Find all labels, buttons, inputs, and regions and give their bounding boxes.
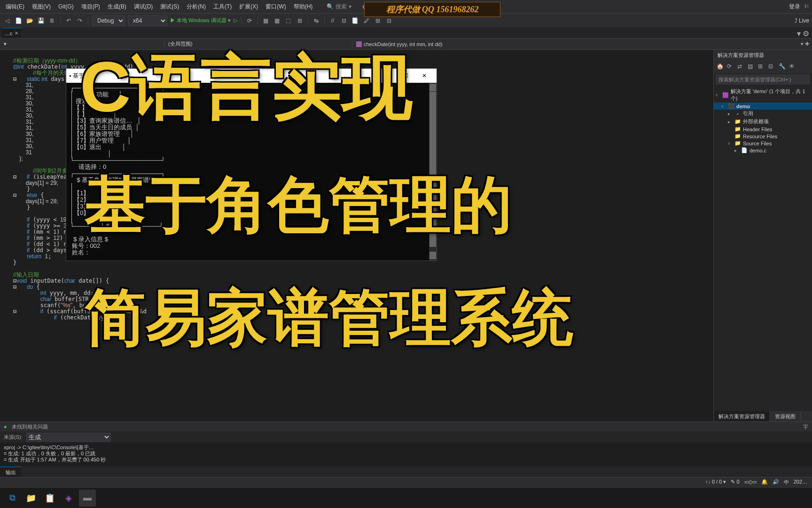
menu-view[interactable]: 视图(V) — [29, 2, 54, 12]
output-tab[interactable]: 输出 — [0, 467, 22, 477]
visualstudio-icon[interactable]: ◈ — [60, 490, 77, 507]
menu-edit[interactable]: 编辑(E) — [3, 2, 27, 12]
overlay-title-1: C语言实现 — [80, 52, 413, 122]
scroll-arrow-down-icon[interactable] — [429, 252, 436, 259]
filter-icon[interactable]: ▤ — [748, 63, 755, 71]
tb-10-icon[interactable]: 🖉 — [362, 16, 371, 25]
preview-icon[interactable]: 👁 — [789, 63, 796, 71]
solution-explorer: 解决方案资源管理器 🏠 ⟳ ⇄ ▤ ⊞ ⊟ 🔧 👁 搜索解决方案资源管理器(Ct… — [713, 50, 812, 421]
ad-banner: 程序代做 QQ 1561968262 — [364, 2, 500, 17]
menu-window[interactable]: 窗口(W) — [263, 2, 289, 12]
tab-solution-explorer[interactable]: 解决方案资源管理器 — [714, 411, 770, 421]
redo-icon[interactable]: ↷ — [76, 16, 84, 25]
cursor-info: 字 — [803, 423, 808, 430]
code-line: //检测日期（yyyy-mm-dd） — [13, 57, 81, 64]
member-combo[interactable]: checkDate(int yyyy, int mm, int dd) — [352, 41, 798, 47]
method-icon — [356, 41, 362, 47]
menu-analyze[interactable]: 分析(N) — [184, 2, 209, 12]
tb-9-icon[interactable]: 📑 — [351, 16, 359, 25]
showall-icon[interactable]: ⊞ — [758, 63, 765, 71]
panel-title: 解决方案资源管理器 — [714, 50, 812, 60]
ext-node[interactable]: ▸📁外部依赖项 — [714, 118, 812, 126]
liveshare-button[interactable]: ⤴ Live — [795, 17, 809, 24]
new-icon[interactable]: 📄 — [14, 16, 23, 25]
tb-8-icon[interactable]: ⊟ — [340, 16, 348, 25]
save-icon[interactable]: 💾 — [37, 16, 45, 25]
speaker-icon[interactable]: 🔊 — [773, 479, 779, 486]
status-bar: ↑↓ 0 / 0 ▾ ✎ 0 ▭▯▭ 🔔 🔊 中 202… — [0, 477, 812, 487]
properties-icon[interactable]: 🔧 — [779, 63, 786, 71]
search-box[interactable]: 🔍 搜索 ▾ — [327, 3, 351, 11]
back-icon[interactable]: ◁ — [3, 16, 11, 25]
tab-resource-view[interactable]: 资源视图 — [770, 411, 801, 421]
notify-icon[interactable]: 🔔 — [761, 479, 768, 486]
menu-help[interactable]: 帮助(H) — [291, 2, 316, 12]
menu-build[interactable]: 生成(B) — [105, 2, 129, 12]
scroll-arrow-up-icon[interactable] — [429, 84, 436, 91]
status-ok-icon: ● — [4, 424, 7, 429]
collapse-icon[interactable]: ⊟ — [768, 63, 776, 71]
bottom-panel: ● 未找到相关问题 字 来源(S): 生成 xproj -> C:\gitee\… — [0, 421, 812, 487]
close-icon[interactable]: ✕ — [15, 31, 18, 36]
close-button[interactable]: ✕ — [415, 69, 434, 83]
date: 202… — [794, 479, 807, 486]
resource-folder[interactable]: 📁Resource Files — [714, 133, 812, 140]
vscode-icon[interactable]: ⧉ — [4, 490, 21, 507]
notes-icon[interactable]: 📋 — [41, 490, 58, 507]
split-icon[interactable]: ▾ ✚ — [798, 41, 812, 47]
config-combo[interactable]: Debug — [92, 16, 125, 26]
tb-4-icon[interactable]: ⬚ — [284, 16, 293, 25]
tb-7-icon[interactable]: // — [328, 16, 337, 25]
undo-icon[interactable]: ↶ — [64, 16, 73, 25]
explorer-icon[interactable]: 📁 — [23, 490, 39, 507]
output-text[interactable]: xproj -> C:\gitee\tiny\C\Console\[基于… = … — [0, 443, 812, 467]
refs-node[interactable]: ▸▫引用 — [714, 110, 812, 118]
saveall-icon[interactable]: 🗎 — [48, 16, 56, 25]
tb-6-icon[interactable]: ↹ — [312, 16, 320, 25]
output-src-combo[interactable]: 生成 — [26, 433, 111, 442]
start-debug-button[interactable]: ▶ 本地 Windows 调试器 ▾ — [170, 17, 231, 24]
tb-3-icon[interactable]: ▦ — [273, 16, 281, 25]
global-scope-combo[interactable]: (全局范围) — [164, 40, 352, 48]
project-node[interactable]: ▿⬛demo — [714, 103, 812, 110]
menu-tools[interactable]: 工具(T) — [211, 2, 234, 12]
no-issues-label: 未找到相关问题 — [12, 423, 48, 430]
overlay-title-2: 基于角色管理的 — [85, 174, 512, 235]
header-folder[interactable]: 📁Header Files — [714, 126, 812, 133]
demo-c-file[interactable]: ▸📄demo.c — [714, 147, 812, 154]
taskbar: ⧉ 📁 📋 ◈ ▬ — [0, 487, 812, 508]
solution-tree: ▿🟪解决方案 'demo' (1 个项目，共 1 个) ▿⬛demo ▸▫引用 … — [714, 86, 812, 156]
scope-combo[interactable]: ▾ — [0, 41, 164, 47]
open-icon[interactable]: 📂 — [25, 16, 34, 25]
tab-dropdown-icon[interactable]: ▾ — [797, 29, 801, 38]
tab-demo-c[interactable]: …c✕ — [2, 28, 21, 38]
tb-2-icon[interactable]: ▦ — [262, 16, 270, 25]
refresh-icon[interactable]: ⟳ — [727, 63, 734, 71]
user-icon[interactable]: ⚐ — [804, 3, 809, 10]
start-nodebug-button[interactable]: ▷ — [234, 17, 237, 24]
sync-icon[interactable]: ⇄ — [737, 63, 745, 71]
menu-debug[interactable]: 调试(D) — [131, 2, 156, 12]
layout-icon[interactable]: ▭▯▭ — [744, 479, 757, 486]
tb-1-icon[interactable]: ⟳ — [245, 16, 254, 25]
ime-status[interactable]: 中 — [784, 479, 789, 486]
tb-12-icon[interactable]: ⊟ — [385, 16, 393, 25]
explorer-search[interactable]: 搜索解决方案资源管理器(Ctrl+;) — [716, 74, 810, 85]
error-count[interactable]: ✎ 0 — [731, 479, 739, 486]
nav-status[interactable]: ↑↓ 0 / 0 ▾ — [705, 479, 726, 486]
home-icon[interactable]: 🏠 — [717, 63, 724, 71]
source-folder[interactable]: ▿📁Source Files — [714, 140, 812, 147]
menu-project[interactable]: 项目(P) — [78, 2, 103, 12]
login-button[interactable]: 登录 — [789, 3, 800, 11]
overlay-title-3: 简易家谱管理系统 — [85, 287, 573, 348]
tb-5-icon[interactable]: ⊞ — [296, 16, 304, 25]
terminal-icon[interactable]: ▬ — [79, 490, 96, 507]
search-label: 搜索 ▾ — [336, 3, 351, 11]
platform-combo[interactable]: x64 — [128, 16, 167, 26]
menu-extensions[interactable]: 扩展(X) — [236, 2, 261, 12]
tb-11-icon[interactable]: ⊞ — [374, 16, 382, 25]
menu-test[interactable]: 测试(S) — [157, 2, 182, 12]
tab-gear-icon[interactable]: ⚙ — [803, 29, 809, 38]
menu-git[interactable]: Git(G) — [55, 2, 77, 11]
solution-node[interactable]: ▿🟪解决方案 'demo' (1 个项目，共 1 个) — [714, 87, 812, 103]
